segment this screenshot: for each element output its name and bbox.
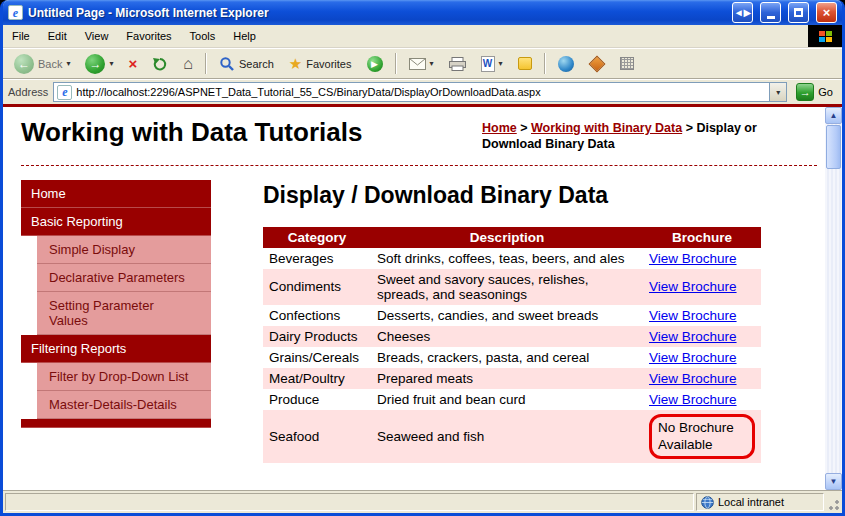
menu-item-help[interactable]: Help bbox=[224, 25, 265, 47]
breadcrumb-separator: > bbox=[682, 121, 696, 135]
media-button[interactable]: ▶ bbox=[361, 53, 389, 75]
stop-button[interactable]: × bbox=[123, 53, 144, 74]
toolbar-separator bbox=[544, 53, 546, 74]
search-icon bbox=[219, 56, 235, 72]
menu-item-view[interactable]: View bbox=[76, 25, 118, 47]
view-brochure-link[interactable]: View Brochure bbox=[649, 371, 737, 386]
view-brochure-link[interactable]: View Brochure bbox=[649, 350, 737, 365]
edit-with-word-button[interactable]: W ▾ bbox=[475, 53, 509, 75]
search-label: Search bbox=[239, 58, 274, 70]
menu-item-file[interactable]: File bbox=[3, 25, 39, 47]
left-right-arrows-icon: ◄▶ bbox=[734, 7, 752, 18]
table-row: Meat/PoultryPrepared meatsView Brochure bbox=[263, 368, 761, 389]
breadcrumb-separator: > bbox=[517, 121, 531, 135]
research-icon bbox=[588, 55, 605, 72]
minimize-button[interactable] bbox=[760, 2, 781, 23]
description-cell: Dried fruit and bean curd bbox=[371, 389, 643, 410]
favorites-label: Favorites bbox=[306, 58, 351, 70]
category-cell: Grains/Cereals bbox=[263, 347, 371, 368]
view-brochure-link[interactable]: View Brochure bbox=[649, 392, 737, 407]
breadcrumb: Home > Working with Binary Data > Displa… bbox=[482, 120, 817, 153]
breadcrumb-link[interactable]: Working with Binary Data bbox=[531, 121, 682, 135]
home-icon: ⌂ bbox=[183, 56, 193, 72]
resize-grip[interactable] bbox=[826, 493, 840, 511]
description-cell: Cheeses bbox=[371, 326, 643, 347]
sidebar-item[interactable]: Setting Parameter Values bbox=[37, 292, 211, 335]
messenger-button[interactable] bbox=[552, 53, 580, 75]
globe-icon bbox=[701, 496, 714, 509]
column-header: Brochure bbox=[643, 227, 761, 248]
view-brochure-link[interactable]: View Brochure bbox=[649, 279, 737, 294]
brochure-cell: View Brochure bbox=[643, 269, 761, 305]
page-title: Display / Download Binary Data bbox=[263, 182, 817, 209]
window-title: Untitled Page - Microsoft Internet Explo… bbox=[28, 6, 725, 20]
stop-icon: × bbox=[129, 56, 138, 71]
menu-item-tools[interactable]: Tools bbox=[181, 25, 225, 47]
refresh-icon bbox=[152, 56, 168, 72]
security-zone-label: Local intranet bbox=[718, 496, 784, 508]
brochure-cell: View Brochure bbox=[643, 305, 761, 326]
brochure-cell: View Brochure bbox=[643, 248, 761, 269]
title-bar[interactable]: e Untitled Page - Microsoft Internet Exp… bbox=[3, 0, 842, 25]
address-input[interactable]: e http://localhost:2296/ASPNET_Data_Tuto… bbox=[53, 82, 787, 102]
menu-item-edit[interactable]: Edit bbox=[39, 25, 76, 47]
scroll-up-button[interactable]: ▲ bbox=[825, 107, 842, 124]
toolbar-grid-button[interactable] bbox=[614, 54, 640, 73]
scrollbar-thumb[interactable] bbox=[826, 125, 841, 169]
categories-table-body: BeveragesSoft drinks, coffees, teas, bee… bbox=[263, 248, 761, 463]
address-page-icon: e bbox=[57, 85, 72, 100]
forward-dropdown-icon[interactable]: ▾ bbox=[109, 59, 113, 68]
sidebar-item[interactable]: Declarative Parameters bbox=[37, 264, 211, 292]
view-brochure-link[interactable]: View Brochure bbox=[649, 308, 737, 323]
category-cell: Meat/Poultry bbox=[263, 368, 371, 389]
search-button[interactable]: Search bbox=[213, 53, 280, 75]
go-button[interactable]: → Go bbox=[792, 83, 837, 101]
mail-button[interactable]: ▾ bbox=[403, 55, 440, 73]
column-header: Category bbox=[263, 227, 371, 248]
sidebar-item[interactable]: Basic Reporting bbox=[21, 208, 211, 236]
refresh-button[interactable] bbox=[146, 53, 174, 75]
menu-item-favorites[interactable]: Favorites bbox=[117, 25, 180, 47]
forward-button[interactable]: → ▾ bbox=[79, 51, 119, 77]
favorites-star-icon: ★ bbox=[289, 56, 302, 71]
sidebar-item[interactable]: Home bbox=[21, 180, 211, 208]
table-row: ConfectionsDesserts, candies, and sweet … bbox=[263, 305, 761, 326]
research-button[interactable] bbox=[583, 55, 611, 73]
home-button[interactable]: ⌂ bbox=[177, 53, 199, 75]
brochure-cell: View Brochure bbox=[643, 368, 761, 389]
sidebar-item[interactable] bbox=[21, 419, 211, 428]
scroll-down-button[interactable]: ▼ bbox=[825, 473, 842, 490]
main-content: Display / Download Binary Data CategoryD… bbox=[263, 180, 817, 463]
mail-dropdown-icon[interactable]: ▾ bbox=[430, 59, 434, 68]
sidebar-item[interactable]: Filter by Drop-Down List bbox=[37, 363, 211, 391]
maximize-button[interactable] bbox=[788, 2, 809, 23]
title-arrows-button[interactable]: ◄▶ bbox=[732, 2, 753, 23]
sidebar-item[interactable]: Filtering Reports bbox=[21, 335, 211, 363]
web-page: Working with Data Tutorials Home > Worki… bbox=[3, 107, 825, 490]
back-dropdown-icon[interactable]: ▾ bbox=[66, 59, 70, 68]
table-row: Dairy ProductsCheesesView Brochure bbox=[263, 326, 761, 347]
sidebar-item[interactable]: Simple Display bbox=[37, 236, 211, 264]
chevron-down-icon: ▾ bbox=[776, 88, 780, 97]
back-button[interactable]: ← Back ▾ bbox=[8, 51, 76, 77]
scroll-up-icon: ▲ bbox=[830, 111, 838, 120]
windows-logo-icon bbox=[819, 31, 832, 42]
table-row: CondimentsSweet and savory sauces, relis… bbox=[263, 269, 761, 305]
sidebar-nav: HomeBasic ReportingSimple DisplayDeclara… bbox=[21, 180, 211, 463]
breadcrumb-link[interactable]: Home bbox=[482, 121, 517, 135]
category-cell: Beverages bbox=[263, 248, 371, 269]
site-title: Working with Data Tutorials bbox=[21, 117, 362, 148]
brochure-cell: View Brochure bbox=[643, 389, 761, 410]
favorites-button[interactable]: ★ Favorites bbox=[283, 53, 358, 74]
security-zone-panel: Local intranet bbox=[696, 493, 824, 511]
sidebar-item[interactable]: Master-Details-Details bbox=[37, 391, 211, 419]
address-dropdown-button[interactable]: ▾ bbox=[769, 83, 786, 101]
vertical-scrollbar[interactable]: ▲ ▼ bbox=[825, 107, 842, 490]
close-button[interactable]: × bbox=[816, 2, 837, 23]
edit-dropdown-icon[interactable]: ▾ bbox=[499, 59, 503, 68]
description-cell: Prepared meats bbox=[371, 368, 643, 389]
print-button[interactable] bbox=[443, 54, 472, 74]
view-brochure-link[interactable]: View Brochure bbox=[649, 329, 737, 344]
view-brochure-link[interactable]: View Brochure bbox=[649, 251, 737, 266]
discuss-button[interactable] bbox=[512, 54, 538, 73]
